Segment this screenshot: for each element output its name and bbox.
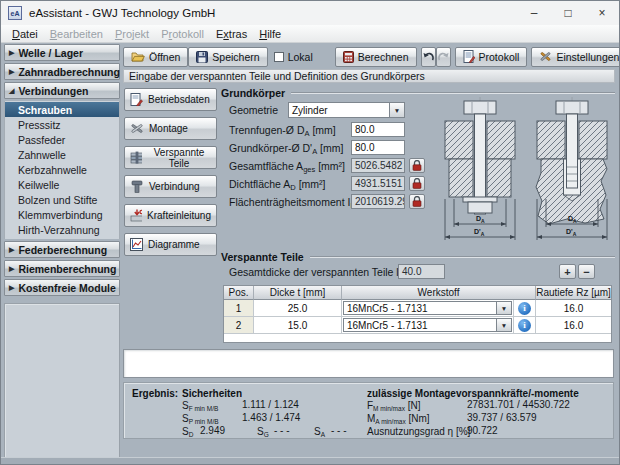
montage-title: zulässige Montagevorspannkräfte/-momente [367,388,579,399]
group-label: Kostenfreie Module [18,282,115,294]
bolt-connection-icon [130,180,144,193]
open-button-label: Öffnen [149,51,180,63]
open-folder-icon [131,51,145,62]
sidebar-item-zahnwelle[interactable]: Zahnwelle [5,147,119,162]
werkstoff-select[interactable]: 16MnCr5 - 1.7131 ▼ [343,318,512,332]
krafteinleitung-button[interactable]: Krafteinleitung [124,204,217,227]
undo-button[interactable] [421,47,436,67]
sa-label: SA [314,426,325,437]
sidebar-group-zahnradberechnung[interactable]: ▶Zahnradberechnung [4,63,120,80]
group-label: Riemenberechnung [18,263,116,275]
table-row-1-rautiefe[interactable]: 16.0 [536,300,611,317]
trennfugen-label: Trennfugen-Ø DA [mm] [229,124,336,136]
open-button[interactable]: Öffnen [123,47,188,67]
table-row-2-rautiefe[interactable]: 16.0 [536,317,611,334]
lock-icon [412,196,422,207]
sidebar-item-keilwelle[interactable]: Keilwelle [5,177,119,192]
flaechentraegheit-output: 2010619.2983 [351,194,405,209]
sidebar-item-hirth-verzahnung[interactable]: Hirth-Verzahnung [5,222,119,237]
calculate-button[interactable]: Berechnen [335,47,417,67]
add-row-button[interactable]: + [559,264,576,279]
sicherheiten-title: Sicherheiten [182,388,242,399]
svg-text:DA: DA [476,215,485,224]
lock-button[interactable] [409,176,425,191]
betriebsdaten-button[interactable]: Betriebsdaten [124,88,217,111]
sp-label: SP min M/B [182,413,219,424]
chevron-down-icon[interactable]: ▼ [496,302,511,314]
col-header-pos: Pos. [224,286,254,300]
message-area [123,349,614,378]
menu-hilfe[interactable]: Hilfe [253,27,287,41]
verbindung-button[interactable]: Verbindung [124,175,217,198]
menubar: Datei Bearbeiten Projekt Protokoll Extra… [1,25,619,43]
chevron-down-icon[interactable]: ▼ [389,103,404,117]
sidebar-item-presssitz[interactable]: Presssitz [5,117,119,132]
group-label: Verbindungen [18,85,88,97]
col-header-werkstoff: Werkstoff [342,286,536,300]
maximize-button[interactable]: □ [551,1,585,25]
menu-datei[interactable]: Datei [6,27,44,41]
sidebar-group-federberechnung[interactable]: ▶Federberechnung [4,241,120,258]
trennfugen-input[interactable]: 80.0 [351,122,405,137]
local-checkbox[interactable] [274,52,284,62]
bottom-strip [1,457,619,465]
lock-button[interactable] [409,158,425,173]
chevron-down-icon[interactable]: ▼ [496,319,511,331]
diagramme-button[interactable]: Diagramme [124,233,217,256]
verspannte-teile-button[interactable]: Verspannte Teile [124,146,217,169]
grundkoerper-d-input[interactable]: 80.0 [351,140,405,155]
svg-text:D'A: D'A [566,228,577,237]
grundkoerper-d-label: Grundkörper-Ø D'A [mm] [229,142,343,154]
menu-extras[interactable]: Extras [210,27,253,41]
minimize-button[interactable]: – [517,1,551,25]
protocol-button[interactable]: Protokoll [455,47,528,67]
sidebar-group-riemenberechnung[interactable]: ▶Riemenberechnung [4,260,120,277]
chevron-right-icon: ▶ [9,265,14,273]
toolbar: Öffnen Speichern Lokal Berechnen [123,46,615,67]
table-row-1-info-cell: i [514,300,536,317]
sidebar-group-welle-lager[interactable]: ▶Welle / Lager [4,44,120,61]
sidebar-group-verbindungen[interactable]: ◢Verbindungen [4,82,120,99]
close-button[interactable]: × [585,1,619,25]
fm-value: 27831.701 / 44530.722 [467,399,570,410]
sg-label: SG [257,426,269,437]
sidebar-item-kerbzahnwelle[interactable]: Kerbzahnwelle [5,162,119,177]
table-row-1-dicke[interactable]: 25.0 [254,300,342,317]
sidebar-item-schrauben[interactable]: Schrauben [5,102,119,117]
chevron-right-icon: ▶ [9,68,14,76]
sidebar-item-bolzen-und-stifte[interactable]: Bolzen und Stifte [5,192,119,207]
remove-row-button[interactable]: − [578,264,595,279]
lock-button[interactable] [409,194,425,209]
material-info-button[interactable]: i [518,302,531,315]
sidebar-item-klemmverbindung[interactable]: Klemmverbindung [5,207,119,222]
verbindung-label: Verbindung [149,181,200,192]
gesamtflaeche-label: Gesamtfläche Ages [mm²] [229,160,345,172]
grundkoerper-group: Grundkörper Geometrie Zylinder ▼ Trennfu… [221,87,615,249]
redo-button[interactable] [436,47,451,67]
betriebsdaten-label: Betriebsdaten [148,94,210,105]
group-label: Welle / Lager [18,47,83,59]
werkstoff-select[interactable]: 16MnCr5 - 1.7131 ▼ [343,301,512,315]
sidebar-group-kostenfreie-module[interactable]: ▶Kostenfreie Module [4,279,120,296]
sidebar-item-passfeder[interactable]: Passfeder [5,132,119,147]
verspannte-teile-table: Pos. Dicke t [mm] Werkstoff Rautiefe Rz … [223,285,612,343]
lock-icon [412,160,422,171]
sf-value: 1.111 / 1.124 [242,399,299,410]
app-window: eA eAssistant - GWJ Technology GmbH – □ … [0,0,620,465]
status-instruction-bar: Eingabe der verspannten Teile und Defini… [123,69,615,83]
group-rule [310,256,615,258]
geometrie-value: Zylinder [289,105,389,116]
material-info-button[interactable]: i [518,319,531,332]
table-row-2-dicke[interactable]: 15.0 [254,317,342,334]
chevron-right-icon: ▶ [9,284,14,292]
geometrie-select[interactable]: Zylinder ▼ [288,102,405,118]
montage-button[interactable]: Montage [124,117,217,140]
verspannte-teile-label: Verspannte Teile [147,147,211,169]
result-label: Ergebnis: [132,388,178,399]
svg-text:D'A: D'A [474,228,485,237]
save-button[interactable]: Speichern [188,47,267,67]
settings-button[interactable]: Einstellungen [531,47,620,67]
table-row-1-pos: 1 [224,300,254,317]
menu-protokoll: Protokoll [155,27,210,41]
table-row-2-werkstoff-cell: 16MnCr5 - 1.7131 ▼ [342,317,514,334]
